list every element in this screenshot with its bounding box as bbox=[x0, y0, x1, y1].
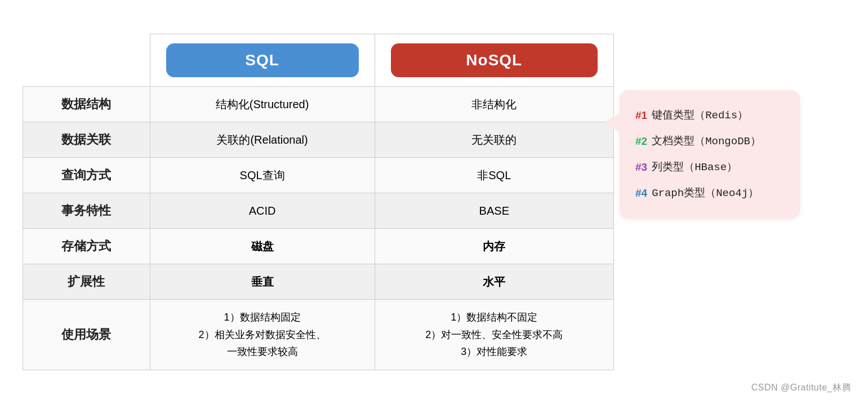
nosql-value: 内存 bbox=[375, 229, 613, 264]
type-description: 文档类型（MongoDB） bbox=[652, 131, 761, 152]
nosql-value: 1）数据结构不固定2）对一致性、安全性要求不高3）对性能要求 bbox=[375, 300, 613, 370]
sql-value: 垂直 bbox=[150, 264, 375, 300]
nosql-value: 非SQL bbox=[375, 158, 613, 193]
type-number: #3 bbox=[635, 157, 647, 178]
type-number: #2 bbox=[635, 131, 647, 152]
table-row: 事务特性ACIDBASE bbox=[23, 193, 614, 229]
table-row: 查询方式SQL查询非SQL bbox=[23, 158, 614, 193]
nosql-type-item: #4Graph类型（Neo4j） bbox=[635, 180, 784, 206]
sql-header-cell: SQL bbox=[150, 34, 375, 87]
nosql-value: BASE bbox=[375, 193, 613, 229]
table-row: 使用场景1）数据结构固定2）相关业务对数据安全性、一致性要求较高1）数据结构不固… bbox=[23, 300, 614, 370]
type-description: 列类型（HBase） bbox=[652, 157, 737, 178]
row-label: 查询方式 bbox=[23, 158, 150, 193]
row-label: 扩展性 bbox=[23, 264, 150, 300]
row-label: 事务特性 bbox=[23, 193, 150, 229]
sql-value: 磁盘 bbox=[150, 229, 375, 264]
sql-header-badge: SQL bbox=[166, 43, 359, 77]
row-label: 数据结构 bbox=[23, 87, 150, 122]
sql-value: 1）数据结构固定2）相关业务对数据安全性、一致性要求较高 bbox=[150, 300, 375, 370]
table-row: 数据关联关联的(Relational)无关联的 bbox=[23, 122, 614, 158]
row-label: 使用场景 bbox=[23, 300, 150, 370]
nosql-header-cell: NoSQL bbox=[375, 34, 613, 87]
empty-header bbox=[23, 34, 150, 87]
nosql-value: 非结构化 bbox=[375, 87, 613, 122]
nosql-value: 水平 bbox=[375, 264, 613, 300]
table-row: 数据结构结构化(Structured)非结构化 bbox=[23, 87, 614, 122]
main-container: SQL NoSQL 数据结构结构化(Structured)非结构化数据关联关联的… bbox=[0, 23, 868, 381]
nosql-type-item: #2文档类型（MongoDB） bbox=[635, 128, 784, 154]
sql-value: ACID bbox=[150, 193, 375, 229]
table-row: 存储方式磁盘内存 bbox=[23, 229, 614, 264]
row-label: 数据关联 bbox=[23, 122, 150, 158]
type-description: Graph类型（Neo4j） bbox=[652, 183, 759, 204]
nosql-value: 无关联的 bbox=[375, 122, 613, 158]
table-row: 扩展性垂直水平 bbox=[23, 264, 614, 300]
row-label: 存储方式 bbox=[23, 229, 150, 264]
nosql-types-bubble: #1键值类型（Redis）#2文档类型（MongoDB）#3列类型（HBase）… bbox=[620, 90, 800, 219]
type-number: #1 bbox=[635, 105, 647, 126]
watermark: CSDN @Gratitute_林腾 bbox=[751, 382, 851, 394]
sql-value: 结构化(Structured) bbox=[150, 87, 375, 122]
nosql-type-item: #3列类型（HBase） bbox=[635, 154, 784, 180]
comparison-table: SQL NoSQL 数据结构结构化(Structured)非结构化数据关联关联的… bbox=[23, 34, 614, 370]
type-description: 键值类型（Redis） bbox=[652, 105, 748, 126]
sql-value: 关联的(Relational) bbox=[150, 122, 375, 158]
nosql-type-item: #1键值类型（Redis） bbox=[635, 103, 784, 128]
nosql-header-badge: NoSQL bbox=[391, 43, 598, 77]
type-number: #4 bbox=[635, 183, 647, 204]
sql-value: SQL查询 bbox=[150, 158, 375, 193]
